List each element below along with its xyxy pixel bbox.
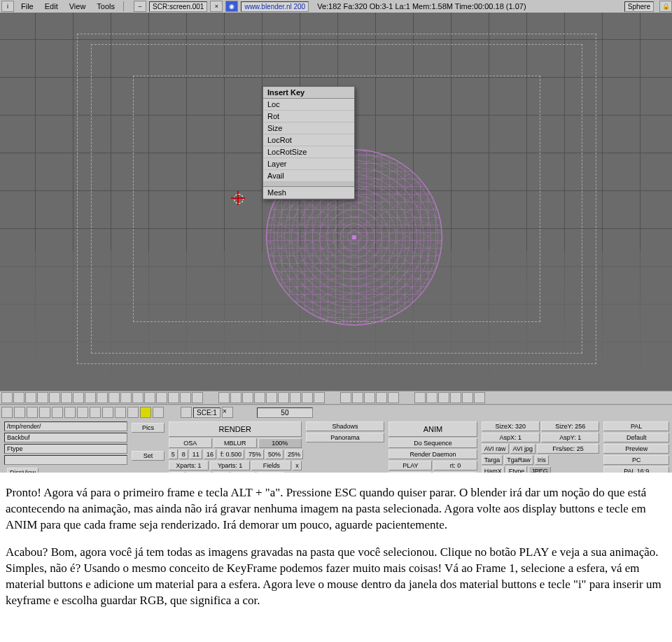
tool-icon[interactable]	[13, 392, 24, 403]
tool-icon[interactable]	[364, 392, 375, 403]
tool-icon[interactable]	[414, 392, 426, 403]
popup-item-locrot[interactable]: LocRot	[263, 134, 354, 146]
tool-icon[interactable]	[218, 392, 230, 403]
menu-tools[interactable]: Tools	[92, 2, 119, 11]
popup-item-mesh[interactable]: Mesh	[263, 187, 354, 199]
render-path[interactable]: /tmp/render/	[4, 421, 127, 431]
fields-button[interactable]: Fields	[251, 461, 291, 470]
tool-icon[interactable]	[450, 392, 461, 403]
close-x-icon[interactable]: ×	[222, 407, 233, 418]
tool-icon[interactable]	[462, 392, 473, 403]
close-x-icon[interactable]: ×	[210, 1, 223, 12]
menu-edit[interactable]: Edit	[41, 2, 62, 11]
pal-button[interactable]: PAL	[603, 421, 669, 431]
tool-icon[interactable]	[266, 392, 277, 403]
tool-icon[interactable]	[168, 392, 179, 403]
set-button[interactable]: Set	[132, 451, 164, 461]
hamx-button[interactable]: HamX	[482, 466, 505, 473]
aspy-field[interactable]: AspY: 1	[541, 433, 599, 442]
hdr-icon[interactable]	[52, 407, 63, 418]
hdr-icon[interactable]	[102, 407, 113, 418]
dosequence-button[interactable]: Do Sequence	[388, 438, 477, 448]
yparts-field[interactable]: Yparts: 1	[210, 461, 250, 470]
hdr-icon[interactable]	[115, 407, 126, 418]
pal169-button[interactable]: PAL 16:9	[603, 466, 669, 473]
dash-icon[interactable]: –	[134, 1, 146, 12]
mblur-button[interactable]: MBLUR	[214, 438, 257, 448]
renderdaemon-button[interactable]: Render Daemon	[388, 449, 477, 459]
aviraw-button[interactable]: AVI raw	[482, 444, 509, 454]
jpeg-button[interactable]: JPEG	[528, 466, 551, 473]
osa11-button[interactable]: 11	[190, 449, 202, 459]
popup-item-avail[interactable]: Avail	[263, 170, 354, 182]
3d-viewport[interactable]: Insert Key Loc Rot Size LocRot LocRotSiz…	[0, 13, 672, 391]
rt-field[interactable]: rt: 0	[433, 461, 477, 470]
xparts-field[interactable]: Xparts: 1	[169, 461, 209, 470]
preview-button[interactable]: Preview	[603, 444, 669, 454]
tool-icon[interactable]	[314, 392, 325, 403]
ftype-field[interactable]: Ftype	[4, 444, 127, 454]
tool-icon[interactable]	[1, 392, 13, 403]
tool-icon[interactable]	[278, 392, 289, 403]
tool-icon[interactable]	[156, 392, 167, 403]
p75-button[interactable]: 75%	[246, 449, 264, 459]
hdr-icon[interactable]	[14, 407, 25, 418]
menu-file[interactable]: File	[17, 2, 38, 11]
sizex-field[interactable]: SizeX: 320	[482, 421, 540, 431]
key-button[interactable]: Key	[213, 472, 230, 473]
menu-view[interactable]: View	[65, 2, 90, 11]
tool-icon[interactable]	[180, 392, 191, 403]
targa-button[interactable]: Targa	[482, 455, 503, 465]
shadows-button[interactable]: Shadows	[306, 421, 384, 431]
hdr-icon[interactable]	[27, 407, 38, 418]
anim-button[interactable]: ANIM	[388, 421, 477, 437]
pc-button[interactable]: PC	[603, 455, 669, 465]
scr-field[interactable]: SCR:screen.001	[149, 1, 207, 12]
hdr-icon[interactable]	[1, 407, 13, 418]
play-button[interactable]: PLAY	[388, 461, 432, 470]
ftype2-button[interactable]: Ftype	[506, 466, 528, 473]
pct100-button[interactable]: 100%	[258, 438, 302, 448]
p25-button[interactable]: 25%	[285, 449, 303, 459]
tool-icon[interactable]	[242, 392, 253, 403]
tool-icon[interactable]	[230, 392, 241, 403]
gamma-button[interactable]: Gamma	[257, 472, 285, 473]
osa5-button[interactable]: 5	[169, 449, 178, 459]
bf-field[interactable]: f: 0.500	[218, 449, 244, 459]
tool-icon[interactable]	[25, 392, 36, 403]
frame-field[interactable]: 50	[257, 407, 313, 418]
dash-icon[interactable]	[181, 407, 192, 418]
popup-item-layer[interactable]: Layer	[263, 158, 354, 170]
tool-icon[interactable]	[192, 392, 203, 403]
premul-button[interactable]: Premul	[186, 472, 212, 473]
x-button[interactable]: x	[293, 461, 302, 470]
default-button[interactable]: Default	[603, 433, 669, 442]
sta-field[interactable]: Sta: 1	[388, 472, 432, 473]
tool-icon[interactable]	[97, 392, 108, 403]
popup-item-rot[interactable]: Rot	[263, 111, 354, 123]
frsec-field[interactable]: Frs/sec: 25	[537, 444, 599, 454]
hdr-icon[interactable]	[64, 407, 76, 418]
tool-icon[interactable]	[37, 392, 48, 403]
tool-icon[interactable]	[352, 392, 363, 403]
tool-icon[interactable]	[438, 392, 449, 403]
osa16-button[interactable]: 16	[204, 449, 216, 459]
sce-field[interactable]: SCE:1	[193, 407, 220, 418]
osa-button[interactable]: OSA	[169, 438, 212, 448]
tool-icon[interactable]	[290, 392, 301, 403]
tool-icon[interactable]	[302, 392, 313, 403]
backbuf-field[interactable]: Backbuf	[4, 433, 127, 442]
render-button[interactable]: RENDER	[169, 421, 302, 437]
tool-icon[interactable]	[73, 392, 84, 403]
tool-icon[interactable]	[340, 392, 351, 403]
panorama-button[interactable]: Panorama	[306, 433, 384, 442]
tool-icon[interactable]	[61, 392, 72, 403]
hdr-icon[interactable]	[127, 407, 139, 418]
sky-button[interactable]: Sky	[169, 472, 185, 473]
tool-icon[interactable]	[474, 392, 485, 403]
tool-icon[interactable]	[376, 392, 387, 403]
tool-icon[interactable]	[144, 392, 155, 403]
sizey-field[interactable]: SizeY: 256	[541, 421, 599, 431]
popup-item-loc[interactable]: Loc	[263, 99, 354, 111]
url-field[interactable]: www.blender.nl 200	[241, 1, 309, 12]
